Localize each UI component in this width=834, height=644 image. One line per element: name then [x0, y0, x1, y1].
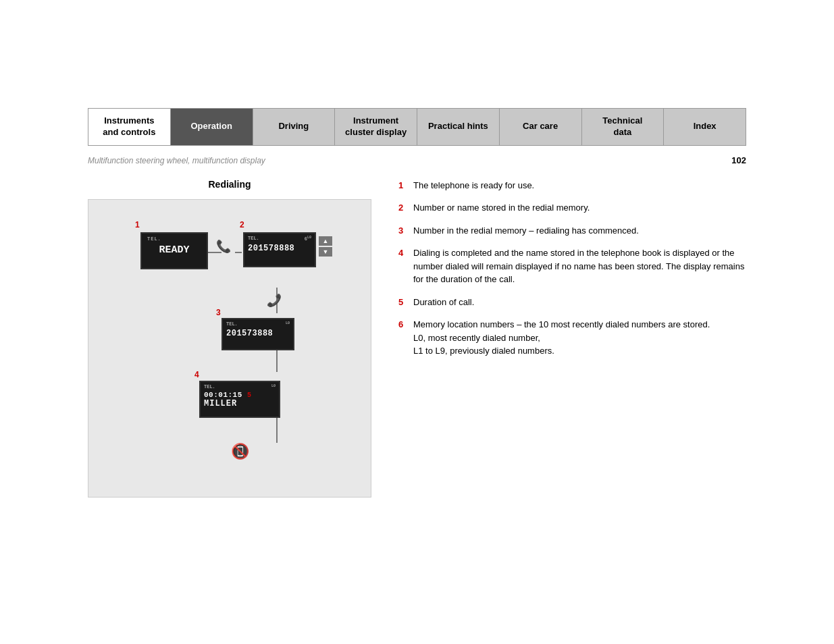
desc-text-6: Memory location numbers – the 10 most re… — [413, 318, 710, 358]
list-item: 6 Memory location numbers – the 10 most … — [398, 318, 746, 358]
nav-label-driving: Driving — [278, 121, 309, 132]
nav-label-technical-data: Technicaldata — [602, 115, 642, 138]
nav-item-instruments[interactable]: Instruments and controls — [88, 109, 171, 145]
phone-in-call-icon: 📞 — [267, 293, 282, 308]
screen-4-call-active: TEL.L0 00:01:15 5 MILLER — [199, 381, 280, 418]
screen-1-ready: TEL. READY — [140, 232, 208, 269]
right-panel: 1 The telephone is ready for use. 2 Numb… — [398, 179, 746, 498]
diagram-label-2: 2 — [240, 220, 244, 230]
desc-text-2: Number or name stored in the redial memo… — [413, 201, 590, 215]
desc-num-3: 3 — [398, 224, 413, 238]
arrow-up: ▲ — [319, 236, 332, 246]
diagram-label-3: 3 — [216, 308, 221, 317]
desc-num-6: 6 — [398, 318, 413, 331]
desc-text-5: Duration of call. — [413, 296, 474, 309]
nav-label-car-care: Car care — [523, 121, 558, 132]
list-item: 4 Dialing is completed and the name stor… — [398, 246, 746, 286]
desc-num-5: 5 — [398, 296, 413, 309]
desc-text-3: Number in the redial memory – redialing … — [413, 224, 639, 238]
screen-3-redialing: TEL.L0 201573888 — [221, 318, 294, 350]
left-panel: Redialing — [88, 179, 371, 498]
desc-num-4: 4 — [398, 246, 413, 260]
nav-label-instrument-cluster: Instrumentcluster display — [345, 115, 407, 138]
desc-num-2: 2 — [398, 201, 413, 215]
nav-label-instruments: Instruments and controls — [103, 115, 155, 138]
main-area: Redialing — [88, 179, 746, 498]
list-item: 2 Number or name stored in the redial me… — [398, 201, 746, 215]
page-content: Multifunction steering wheel, multifunct… — [88, 146, 746, 498]
description-list: 1 The telephone is ready for use. 2 Numb… — [398, 179, 746, 358]
navigation-bar: Instruments and controls Operation Drivi… — [88, 108, 746, 146]
nav-item-practical-hints[interactable]: Practical hints — [417, 109, 500, 145]
nav-label-operation: Operation — [190, 121, 232, 132]
page-number: 102 — [731, 155, 746, 165]
nav-item-operation[interactable]: Operation — [171, 109, 253, 145]
desc-text-4: Dialing is completed and the name stored… — [413, 246, 746, 286]
nav-item-car-care[interactable]: Car care — [500, 109, 582, 145]
nav-arrows: ▲ ▼ — [319, 236, 332, 257]
nav-label-practical-hints: Practical hints — [428, 121, 488, 132]
screen-2-redial: TEL.6L0 201578888 — [243, 232, 316, 267]
section-title: Redialing — [88, 179, 371, 190]
desc-text-1: The telephone is ready for use. — [413, 179, 534, 192]
nav-item-instrument-cluster[interactable]: Instrumentcluster display — [335, 109, 417, 145]
nav-item-driving[interactable]: Driving — [253, 109, 336, 145]
list-item: 5 Duration of call. — [398, 296, 746, 309]
nav-label-index: Index — [694, 121, 716, 132]
diagram-box: 1 TEL. READY 📞 2 TEL.6L0 — [88, 199, 371, 498]
arrow-down: ▼ — [319, 247, 332, 257]
nav-item-technical-data[interactable]: Technicaldata — [582, 109, 664, 145]
nav-item-index[interactable]: Index — [664, 109, 746, 145]
hangup-icon: 📵 — [231, 443, 249, 460]
diagram-label-1: 1 — [135, 220, 140, 230]
breadcrumb: Multifunction steering wheel, multifunct… — [88, 156, 718, 165]
breadcrumb-row: Multifunction steering wheel, multifunct… — [88, 151, 746, 169]
diagram-label-4: 4 — [194, 370, 199, 379]
list-item: 1 The telephone is ready for use. — [398, 179, 746, 192]
list-item: 3 Number in the redial memory – redialin… — [398, 224, 746, 238]
desc-num-1: 1 — [398, 179, 413, 192]
phone-lift-icon: 📞 — [216, 239, 231, 254]
